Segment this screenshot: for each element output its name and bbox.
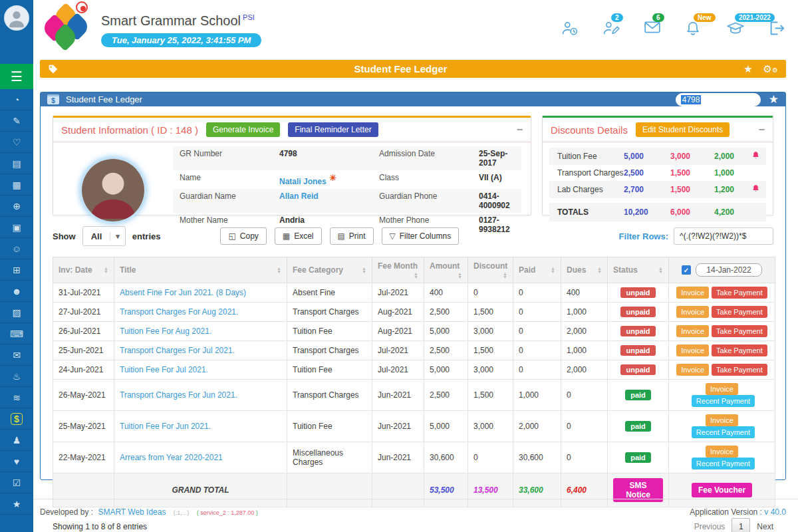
date-filter-input[interactable]: 14-Jan-2022 — [696, 263, 762, 277]
sidebar-item-birthdays[interactable]: ♨ — [0, 366, 33, 387]
sidebar-item-gallery[interactable]: ▨ — [0, 302, 33, 323]
sidebar-item-dashboard[interactable]: ◔ — [0, 89, 33, 110]
recent-payment-button[interactable]: Recent Payment — [692, 458, 755, 469]
sort-icon[interactable]: ▲▼ — [104, 267, 108, 273]
menu-toggle-button[interactable]: ☰ — [0, 64, 33, 89]
cell-title: Absent Fine For Jun 2021. (8 Days) — [114, 283, 287, 303]
field-label: Guardian Name — [180, 192, 279, 210]
sidebar-item-students[interactable]: ☺ — [0, 238, 33, 259]
user-clock-icon[interactable] — [561, 20, 580, 37]
sidebar-item-tasks[interactable]: ☑ — [0, 472, 33, 493]
edit-discounts-button[interactable]: Edit Student Discounts — [636, 122, 730, 137]
student-field-row: GR Number4798Admission Date25-Sep-2017 — [173, 146, 521, 170]
fee-title-link[interactable]: Transport Charges For Jun 2021. — [120, 390, 237, 400]
date-filter-checkbox[interactable]: ✓ — [682, 265, 691, 275]
column-header-discount[interactable]: Discount▲▼ — [468, 257, 513, 283]
sidebar-item-teachers[interactable]: ☻ — [0, 281, 33, 302]
sidebar-item-academics[interactable]: ★ — [0, 493, 33, 515]
sidebar-item-exams[interactable]: ▣ — [0, 217, 33, 238]
developer-link[interactable]: SMART Web Ideas — [98, 507, 166, 517]
recent-payment-button[interactable]: Recent Payment — [692, 395, 755, 407]
bell-icon[interactable] — [751, 151, 763, 162]
take-payment-button[interactable]: Take Payment — [712, 344, 767, 356]
recent-payment-button[interactable]: Recent Payment — [692, 426, 755, 438]
field-value[interactable]: Natali Jones☀ — [279, 173, 379, 186]
session-icon[interactable]: 2021-2022 — [726, 20, 745, 37]
invoice-button[interactable]: Invoice — [706, 414, 738, 426]
fee-title-link[interactable]: Tuition Fee For Jul 2021. — [120, 365, 208, 374]
payroll-icon: ✉ — [13, 350, 21, 360]
sidebar-item-staff[interactable]: ♟ — [0, 430, 33, 451]
sidebar-item-attendance[interactable]: ⊞ — [0, 259, 33, 281]
invoice-button[interactable]: Invoice — [676, 364, 709, 376]
sort-icon[interactable]: ▲▼ — [414, 272, 418, 279]
sidebar-item-computer-lab[interactable]: ⌨ — [0, 323, 33, 344]
invoice-button[interactable]: Invoice — [676, 344, 709, 356]
notifications-icon[interactable]: New — [685, 20, 704, 37]
take-payment-button[interactable]: Take Payment — [712, 364, 767, 376]
sort-icon[interactable]: ▲▼ — [597, 267, 602, 273]
excel-button[interactable]: ▦Excel — [275, 227, 322, 245]
user-edit-icon[interactable]: 2 — [602, 20, 621, 37]
logout-icon[interactable] — [767, 20, 786, 37]
invoice-button[interactable]: Invoice — [676, 306, 709, 318]
sort-icon[interactable]: ▲▼ — [458, 272, 462, 279]
totals-discount: 6,000 — [670, 207, 714, 217]
fee-title-link[interactable]: Arrears from Year 2020-2021 — [120, 453, 223, 462]
sidebar-item-payroll[interactable]: ✉ — [0, 344, 33, 366]
fee-title-link[interactable]: Transport Charges For Aug 2021. — [120, 307, 238, 317]
copy-button[interactable]: ◱Copy — [220, 227, 266, 245]
sidebar-item-student-fee-ledger[interactable]: $ — [0, 408, 33, 430]
take-payment-button[interactable]: Take Payment — [712, 306, 767, 318]
take-payment-button[interactable]: Take Payment — [712, 287, 767, 299]
messages-icon[interactable]: 6 — [644, 20, 662, 37]
entries-select[interactable]: All ▾ — [82, 226, 126, 246]
fee-voucher-button[interactable]: Fee Voucher — [692, 483, 752, 497]
column-header-fee-month[interactable]: Fee Month▲▼ — [372, 257, 424, 283]
invoice-button[interactable]: Invoice — [676, 287, 709, 299]
invoice-button[interactable]: Invoice — [676, 325, 709, 337]
filter-columns-button[interactable]: ▽Filter Columns — [382, 227, 460, 245]
sidebar-item-fee-collection[interactable]: ▤ — [0, 153, 33, 174]
sidebar-item-student-admission[interactable]: ✎ — [0, 110, 33, 132]
sort-icon[interactable]: ▲▼ — [362, 267, 366, 273]
settings-gears-icon[interactable]: ⚙⚙ — [763, 63, 778, 75]
fee-title-link[interactable]: Tuition Fee For Aug 2021. — [120, 327, 211, 336]
sidebar-item-certificates[interactable]: ♥ — [0, 451, 33, 472]
invoice-button[interactable]: Invoice — [706, 383, 738, 395]
collapse-icon[interactable]: − — [759, 124, 765, 136]
bell-icon[interactable] — [751, 184, 763, 195]
sidebar-item-library[interactable]: ≋ — [0, 387, 33, 408]
sort-icon[interactable]: ▲▼ — [658, 267, 663, 273]
take-payment-button[interactable]: Take Payment — [712, 325, 767, 337]
fee-title-link[interactable]: Transport Charges For Jul 2021. — [120, 346, 235, 355]
column-header-title[interactable]: Title▲▼ — [114, 257, 287, 283]
field-value[interactable]: Allan Reid — [279, 192, 379, 210]
invoice-button[interactable]: Invoice — [706, 446, 738, 458]
version-value[interactable]: v 40.0 — [764, 507, 786, 517]
column-header-paid[interactable]: Paid▲▼ — [513, 257, 561, 283]
collapse-icon[interactable]: − — [517, 124, 523, 136]
sort-icon[interactable]: ▲▼ — [503, 272, 507, 279]
print-button[interactable]: ▤Print — [330, 227, 374, 245]
filter-rows-input[interactable] — [674, 227, 773, 245]
fee-title-link[interactable]: Absent Fine For Jun 2021. (8 Days) — [120, 288, 246, 297]
final-reminder-button[interactable]: Final Reminder Letter — [288, 122, 378, 137]
student-search-input[interactable]: 4798 — [676, 93, 761, 106]
column-header-fee-category[interactable]: Fee Category▲▼ — [287, 257, 372, 283]
sidebar-item-id-card[interactable]: ▦ — [0, 174, 33, 196]
fee-title-link[interactable]: Tuition Fee For Jun 2021. — [120, 422, 211, 431]
column-header-status[interactable]: Status▲▼ — [608, 257, 669, 283]
favorite-star-icon[interactable]: ★ — [743, 63, 752, 75]
sidebar-item-website[interactable]: ⊕ — [0, 196, 33, 217]
user-avatar[interactable] — [4, 5, 29, 31]
column-header-amount[interactable]: Amount▲▼ — [424, 257, 468, 283]
column-header-dues[interactable]: Dues▲▼ — [561, 257, 608, 283]
sort-icon[interactable]: ▲▼ — [551, 267, 555, 273]
sort-icon[interactable]: ▲▼ — [277, 267, 281, 273]
generate-invoice-button[interactable]: Generate Invoice — [206, 122, 280, 137]
cell-discount: 3,000 — [468, 322, 513, 341]
panel-favorite-icon[interactable]: ★ — [769, 92, 779, 106]
sidebar-item-health[interactable]: ♡ — [0, 132, 33, 153]
column-header-inv-date[interactable]: Inv: Date▲▼ — [53, 257, 114, 283]
